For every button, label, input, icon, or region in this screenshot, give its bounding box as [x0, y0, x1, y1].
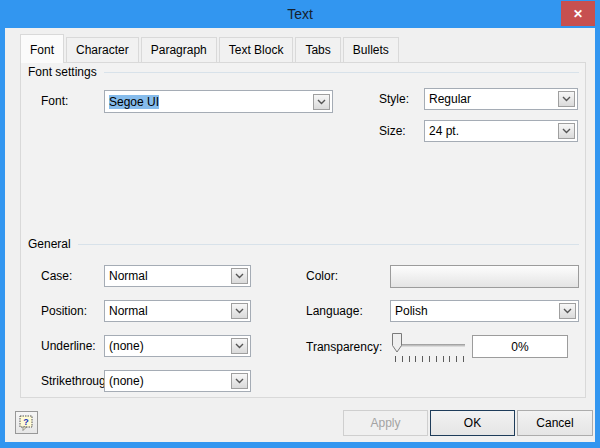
- case-combobox-value: Normal: [105, 269, 231, 283]
- section-divider-line: [78, 244, 579, 245]
- tab-font[interactable]: Font: [20, 34, 64, 63]
- tab-bar: Font Character Paragraph Text Block Tabs…: [20, 34, 401, 62]
- style-label: Style:: [379, 92, 409, 106]
- tab-tabs[interactable]: Tabs: [295, 37, 340, 62]
- strikethrough-combobox-value: (none): [105, 374, 231, 388]
- size-label: Size:: [379, 124, 406, 138]
- style-combobox-value: Regular: [425, 92, 558, 106]
- language-label: Language:: [306, 304, 363, 318]
- section-divider-line: [104, 72, 579, 73]
- chevron-down-icon[interactable]: [231, 268, 248, 284]
- position-combobox[interactable]: Normal: [104, 300, 251, 322]
- size-combobox-value: 24 pt.: [425, 124, 558, 138]
- size-combobox[interactable]: 24 pt.: [424, 120, 578, 142]
- font-combobox[interactable]: Segoe UI: [104, 90, 333, 113]
- chevron-down-icon[interactable]: [559, 303, 576, 319]
- chevron-down-icon[interactable]: [231, 303, 248, 319]
- window-title: Text: [287, 6, 313, 22]
- color-picker-button[interactable]: [390, 265, 579, 288]
- position-combobox-value: Normal: [105, 304, 231, 318]
- case-combobox[interactable]: Normal: [104, 265, 251, 287]
- svg-text:?: ?: [23, 417, 29, 427]
- cancel-button[interactable]: Cancel: [517, 410, 593, 436]
- dialog-body: Font Character Paragraph Text Block Tabs…: [5, 28, 595, 442]
- transparency-value-field[interactable]: 0%: [472, 335, 568, 358]
- transparency-value: 0%: [511, 340, 528, 354]
- transparency-label: Transparency:: [306, 340, 382, 354]
- font-settings-section-label: Font settings: [28, 65, 97, 79]
- close-button[interactable]: ✕: [561, 1, 595, 26]
- transparency-slider-ticks: [395, 356, 465, 362]
- chevron-down-icon[interactable]: [313, 94, 330, 110]
- underline-combobox-value: (none): [105, 339, 231, 353]
- chevron-down-icon[interactable]: [558, 91, 575, 107]
- font-combobox-value: Segoe UI: [109, 95, 159, 109]
- strikethrough-combobox[interactable]: (none): [104, 370, 251, 392]
- font-settings-section-header: Font settings: [28, 65, 579, 79]
- font-label: Font:: [41, 94, 68, 108]
- titlebar[interactable]: Text: [0, 0, 600, 28]
- color-label: Color:: [306, 269, 338, 283]
- general-section-label: General: [28, 237, 71, 251]
- language-combobox-value: Polish: [391, 304, 559, 318]
- transparency-slider-track[interactable]: [398, 344, 465, 347]
- transparency-slider-thumb[interactable]: [392, 333, 403, 357]
- apply-button[interactable]: Apply: [343, 410, 428, 436]
- text-dialog-window: Text ✕ Font Character Paragraph Text Blo…: [0, 0, 600, 448]
- language-combobox[interactable]: Polish: [390, 300, 579, 322]
- ok-button[interactable]: OK: [430, 410, 515, 436]
- general-section-header: General: [28, 237, 579, 251]
- font-tab-page: Font settings Font: Segoe UI Style: Regu…: [20, 62, 586, 398]
- underline-label: Underline:: [41, 339, 96, 353]
- case-label: Case:: [41, 269, 72, 283]
- tab-bullets[interactable]: Bullets: [343, 37, 399, 62]
- help-icon: ?: [19, 415, 34, 431]
- tab-paragraph[interactable]: Paragraph: [141, 37, 217, 62]
- chevron-down-icon[interactable]: [558, 123, 575, 139]
- chevron-down-icon[interactable]: [231, 338, 248, 354]
- position-label: Position:: [41, 304, 87, 318]
- underline-combobox[interactable]: (none): [104, 335, 251, 357]
- tab-character[interactable]: Character: [66, 37, 139, 62]
- chevron-down-icon[interactable]: [231, 373, 248, 389]
- tab-text-block[interactable]: Text Block: [219, 37, 294, 62]
- help-button[interactable]: ?: [15, 411, 38, 434]
- style-combobox[interactable]: Regular: [424, 88, 578, 110]
- close-icon: ✕: [573, 7, 583, 21]
